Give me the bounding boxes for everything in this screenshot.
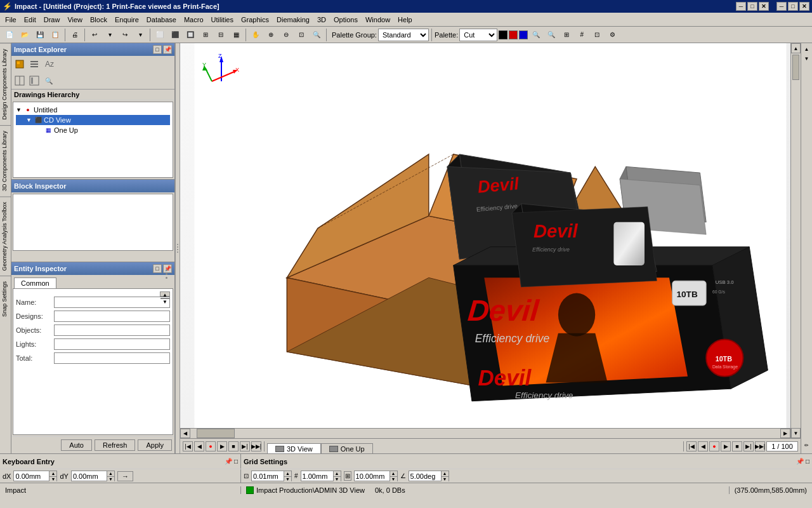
tool4[interactable]: ⊡ [294,28,308,42]
timeline-next-btn[interactable]: ▶| [240,441,250,451]
grid-input[interactable] [301,472,333,480]
menu-help[interactable]: Help [394,15,416,25]
panel-resize-handle[interactable] [175,43,180,453]
exp-btn-view2[interactable] [27,74,41,88]
color-picker-2[interactable] [519,30,528,39]
menu-graphics[interactable]: Graphics [237,15,273,25]
snap-settings-tab[interactable]: Snap Settings [0,276,11,322]
exp-btn-drawing[interactable] [13,57,27,71]
save-button[interactable]: 💾 [33,28,47,42]
angle-input[interactable] [409,472,441,480]
new-button[interactable]: 📄 [3,28,16,42]
tool2[interactable]: ⊕ [264,28,278,42]
outer-close-button[interactable]: ✕ [759,2,769,11]
zoom-in-btn[interactable]: 🔍 [529,28,543,42]
right-btn-2[interactable]: ▼ [802,54,811,63]
tree-expand-untitled[interactable]: ▼ [16,107,22,113]
grid-down-btn[interactable]: ▼ [333,476,341,481]
grid-settings-pin[interactable]: 📌 [796,458,804,465]
minimize-button[interactable]: ─ [776,2,787,11]
menu-block[interactable]: Block [86,15,111,25]
grid-up-btn[interactable]: ▲ [333,471,341,476]
tab-common[interactable]: Common [14,277,56,288]
exp-btn-search[interactable]: 🔍 [42,74,56,88]
zoom-fit-btn[interactable]: ⊞ [560,28,573,42]
design-components-tab[interactable]: Design Components Library [0,43,11,125]
dx-input[interactable] [14,472,49,480]
scroll-right-arrow[interactable]: ▶ [780,429,790,438]
timeline-end-btn[interactable]: ▶▶| [251,441,261,451]
undo-dropdown[interactable]: ▾ [103,28,117,42]
color-swatch-black[interactable] [499,30,508,39]
menu-options[interactable]: Options [330,15,362,25]
tool5[interactable]: 🔍 [310,28,324,42]
view4-button[interactable]: ⊞ [199,28,213,42]
outer-maximize-button[interactable]: □ [747,2,757,11]
vertical-scrollbar[interactable]: ▲ ▼ [790,43,801,438]
menu-diemaking[interactable]: Diemaking [273,15,313,25]
scroll-left-arrow[interactable]: ◀ [180,429,190,438]
tab-3d-view[interactable]: 3D View [267,443,321,454]
dy-up-btn[interactable]: ▲ [107,471,114,476]
tool1[interactable]: ✋ [249,28,263,42]
palette-select[interactable]: Cut [459,29,497,41]
dy-down-btn[interactable]: ▼ [107,476,114,481]
settings-btn[interactable]: ⚙ [605,28,619,42]
dx-up-btn[interactable]: ▲ [49,471,56,476]
menu-macro[interactable]: Macro [180,15,207,25]
view3-button[interactable]: 🔲 [183,28,197,42]
snap-up-btn[interactable]: ▲ [284,471,291,476]
dx-down-btn[interactable]: ▼ [49,476,56,481]
frame-end-btn[interactable]: ▶▶| [755,441,765,451]
entity-inspector-maximize-btn[interactable]: □ [153,264,162,273]
tool3[interactable]: ⊖ [279,28,293,42]
menu-view[interactable]: View [63,15,86,25]
dg-up-btn[interactable]: ▲ [390,471,397,476]
scroll-track[interactable] [791,53,801,428]
print-button[interactable]: 🖨 [68,28,82,42]
total-input[interactable]: 0 [54,352,170,364]
menu-file[interactable]: File [1,15,20,25]
horizontal-scrollbar[interactable]: ◀ ▶ [180,428,790,438]
tab-one-up[interactable]: One Up [321,443,373,454]
timeline-record-btn[interactable]: ● [206,441,216,451]
refresh-button[interactable]: Refresh [95,439,136,451]
tree-item-oneup[interactable]: ▦ One Up [16,125,170,135]
close-button[interactable]: ✕ [799,2,809,11]
menu-utilities[interactable]: Utilities [207,15,237,25]
grid-settings-expand[interactable]: □ [806,458,809,465]
menu-database[interactable]: Database [143,15,180,25]
keyboard-entry-pin[interactable]: 📌 [225,458,232,465]
canvas-3d[interactable]: Devil Efficiency drive [180,43,801,438]
3d-components-tab[interactable]: 3D Components Library [0,125,11,196]
scroll-thumb[interactable] [792,55,799,80]
enter-button[interactable]: → [117,471,133,481]
explorer-maximize-btn[interactable]: □ [153,45,162,54]
snap-input[interactable] [252,472,284,480]
frame-play-btn[interactable]: ▶ [721,441,731,451]
right-btn-1[interactable]: ▲ [802,44,811,53]
objects-input[interactable] [54,324,170,336]
view6-button[interactable]: ▦ [229,28,243,42]
timeline-play-btn[interactable]: ▶ [217,441,227,451]
scroll-up-arrow[interactable]: ▲ [791,43,801,53]
name-input[interactable] [54,297,170,308]
view2-button[interactable]: ⬛ [168,28,182,42]
right-btn-pencil[interactable]: ✏ [802,441,811,450]
lights-input[interactable] [54,338,170,350]
scroll-h-thumb[interactable] [197,429,235,438]
frame-prev-btn[interactable]: ◀ [698,441,708,451]
menu-enquire[interactable]: Enquire [111,15,143,25]
tree-item-untitled[interactable]: ▼ ● Untitled [16,105,170,115]
color-picker-1[interactable] [509,30,518,39]
auto-button[interactable]: Auto [61,439,92,451]
frame-stop-btn[interactable]: ■ [732,441,742,451]
exp-btn-list[interactable] [27,57,41,71]
display-grid-input[interactable] [355,472,390,480]
frame-next-btn[interactable]: ▶| [743,441,754,451]
tree-item-cdview[interactable]: ▼ ⬛ CD View [16,115,170,125]
timeline-prev-btn[interactable]: ◀ [194,441,204,451]
maximize-button[interactable]: □ [788,2,798,11]
view5-button[interactable]: ⊟ [214,28,228,42]
exp-btn-sort[interactable]: Az [42,57,56,71]
